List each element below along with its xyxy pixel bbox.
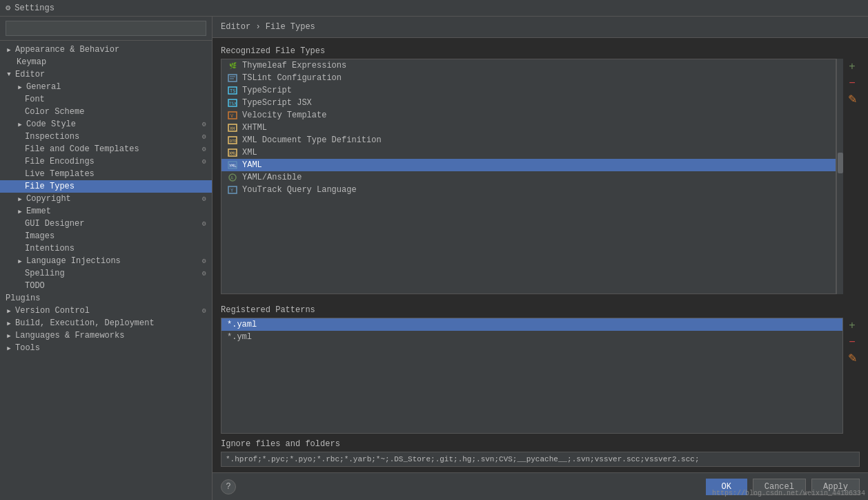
help-button[interactable]: ?	[221, 479, 236, 494]
scrollbar-thumb[interactable]	[838, 153, 843, 173]
sidebar-item-label: Code Style	[26, 119, 76, 129]
thymeleaf-icon: 🌿	[227, 61, 238, 70]
file-types-scrollbar[interactable]	[836, 59, 843, 294]
sidebar-item-todo[interactable]: TODO	[0, 280, 212, 292]
sidebar-item-general[interactable]: ▶ General	[0, 81, 212, 93]
pattern-item-yaml[interactable]: *.yaml	[221, 318, 842, 331]
file-type-typescript[interactable]: TS TypeScript	[221, 84, 836, 97]
sidebar-item-language-injections[interactable]: ▶ Language Injections ⚙	[0, 255, 212, 267]
sidebar-item-label: Spelling	[25, 269, 65, 278]
sidebar-item-code-style[interactable]: ▶ Code Style ⚙	[0, 118, 212, 131]
file-types-list: 🌿 Thymeleaf Expressions TSLint Configura…	[221, 59, 836, 294]
apply-button[interactable]: Apply	[811, 479, 860, 495]
recognized-file-types-section: Recognized File Types 🌿 Thymeleaf Expres…	[213, 41, 868, 300]
sidebar-item-label: GUI Designer	[25, 219, 84, 229]
sidebar-item-intentions[interactable]: Intentions	[0, 242, 212, 255]
file-type-xml-dtd[interactable]: DTD XML Document Type Definition	[221, 134, 836, 146]
settings-icon: ⚙	[202, 157, 206, 166]
sidebar-item-file-code-templates[interactable]: File and Code Templates ⚙	[0, 143, 212, 155]
sidebar-item-label: Languages & Frameworks	[15, 331, 124, 340]
svg-text:DTD: DTD	[230, 139, 237, 143]
sidebar-item-images[interactable]: Images	[0, 230, 212, 242]
file-type-thymeleaf[interactable]: 🌿 Thymeleaf Expressions	[221, 59, 836, 72]
sidebar-item-label: File and Code Templates	[25, 144, 139, 154]
cancel-button[interactable]: Cancel	[753, 479, 806, 495]
add-file-type-button[interactable]: +	[845, 59, 860, 74]
svg-text:XH: XH	[230, 126, 235, 131]
sidebar-item-inspections[interactable]: Inspections ⚙	[0, 131, 212, 143]
sidebar-item-keymap[interactable]: Keymap	[0, 56, 212, 68]
sidebar-item-emmet[interactable]: ▶ Emmet	[0, 205, 212, 218]
file-type-xml[interactable]: XML XML	[221, 146, 836, 159]
breadcrumb: Editor › File Types	[213, 17, 868, 38]
sidebar-item-tools[interactable]: ▶ Tools	[0, 342, 212, 354]
ok-button[interactable]: OK	[706, 479, 747, 495]
expand-arrow: ▶	[6, 345, 12, 352]
sidebar-item-gui-designer[interactable]: GUI Designer ⚙	[0, 218, 212, 230]
sidebar-item-label: Keymap	[17, 57, 46, 67]
ignore-section: Ignore files and folders	[213, 436, 868, 472]
file-type-yaml-ansible[interactable]: A YAML/Ansible	[221, 171, 836, 184]
pattern-item-yml[interactable]: *.yml	[221, 331, 842, 343]
ignore-input[interactable]	[221, 452, 860, 467]
title-bar: ⚙ Settings	[0, 0, 868, 17]
sidebar-item-label: Inspections	[25, 132, 79, 142]
settings-icon: ⚙	[202, 307, 206, 315]
svg-text:TSX: TSX	[229, 101, 237, 106]
sidebar-item-spelling[interactable]: Spelling ⚙	[0, 267, 212, 280]
sidebar-item-label: Live Templates	[25, 169, 95, 179]
youtrack-icon: Y	[227, 185, 238, 195]
search-input[interactable]	[6, 21, 206, 36]
edit-pattern-button[interactable]: ✎	[845, 351, 860, 366]
expand-arrow: ▶	[17, 195, 23, 202]
sidebar-item-plugins[interactable]: Plugins	[0, 292, 212, 305]
settings-icon: ⚙	[202, 120, 206, 128]
edit-file-type-button[interactable]: ✎	[845, 92, 860, 107]
expand-arrow: ▶	[6, 307, 12, 314]
sidebar: ▶ Appearance & Behavior Keymap ▼ Editor …	[0, 17, 213, 500]
sidebar-item-label: Copyright	[26, 194, 71, 204]
sidebar-item-label: File Types	[25, 182, 75, 191]
sidebar-item-label: Version Control	[15, 306, 90, 316]
file-type-typescript-jsx[interactable]: TSX TypeScript JSX	[221, 97, 836, 109]
recognized-file-types-label: Recognized File Types	[213, 41, 868, 59]
file-type-youtrack[interactable]: Y YouTrack Query Language	[221, 184, 836, 196]
sidebar-item-version-control[interactable]: ▶ Version Control ⚙	[0, 305, 212, 317]
svg-text:A: A	[230, 175, 234, 181]
sidebar-item-label: Build, Execution, Deployment	[15, 318, 155, 328]
sidebar-item-editor[interactable]: ▼ Editor	[0, 68, 212, 81]
remove-pattern-button[interactable]: −	[845, 334, 860, 349]
bottom-bar: ? OK Cancel Apply	[213, 472, 868, 500]
settings-icon: ⚙	[202, 145, 206, 153]
velocity-icon: V	[227, 110, 238, 120]
remove-file-type-button[interactable]: −	[845, 75, 860, 90]
sidebar-item-file-encodings[interactable]: File Encodings ⚙	[0, 155, 212, 168]
sidebar-item-label: Appearance & Behavior	[15, 45, 119, 55]
xml-icon: XML	[227, 148, 238, 157]
ignore-label: Ignore files and folders	[221, 439, 860, 449]
sidebar-item-build-exec-deploy[interactable]: ▶ Build, Execution, Deployment	[0, 317, 212, 329]
sidebar-item-languages-frameworks[interactable]: ▶ Languages & Frameworks	[0, 329, 212, 342]
xml-dtd-icon: DTD	[227, 135, 238, 145]
file-type-xhtml[interactable]: XH XHTML	[221, 122, 836, 134]
settings-icon: ⚙	[202, 220, 206, 228]
yaml-icon: YML	[227, 160, 238, 170]
file-type-tslint[interactable]: TSLint Configuration	[221, 72, 836, 84]
tree-area: ▶ Appearance & Behavior Keymap ▼ Editor …	[0, 41, 212, 500]
window-title: Settings	[14, 3, 55, 13]
sidebar-item-font[interactable]: Font	[0, 93, 212, 106]
sidebar-item-label: Tools	[15, 343, 40, 353]
xhtml-icon: XH	[227, 123, 238, 133]
sidebar-item-file-types[interactable]: File Types	[0, 180, 212, 193]
svg-text:XML: XML	[229, 151, 237, 155]
file-type-yaml[interactable]: YML YAML	[221, 159, 836, 171]
sidebar-item-label: Language Injections	[26, 256, 121, 266]
sidebar-item-live-templates[interactable]: Live Templates	[0, 168, 212, 180]
sidebar-item-color-scheme[interactable]: Color Scheme	[0, 106, 212, 118]
sidebar-item-copyright[interactable]: ▶ Copyright ⚙	[0, 193, 212, 205]
svg-text:V: V	[230, 113, 234, 119]
sidebar-item-appearance[interactable]: ▶ Appearance & Behavior	[0, 44, 212, 56]
file-type-velocity[interactable]: V Velocity Template	[221, 109, 836, 122]
expand-arrow: ▶	[6, 46, 12, 53]
add-pattern-button[interactable]: +	[845, 318, 860, 333]
